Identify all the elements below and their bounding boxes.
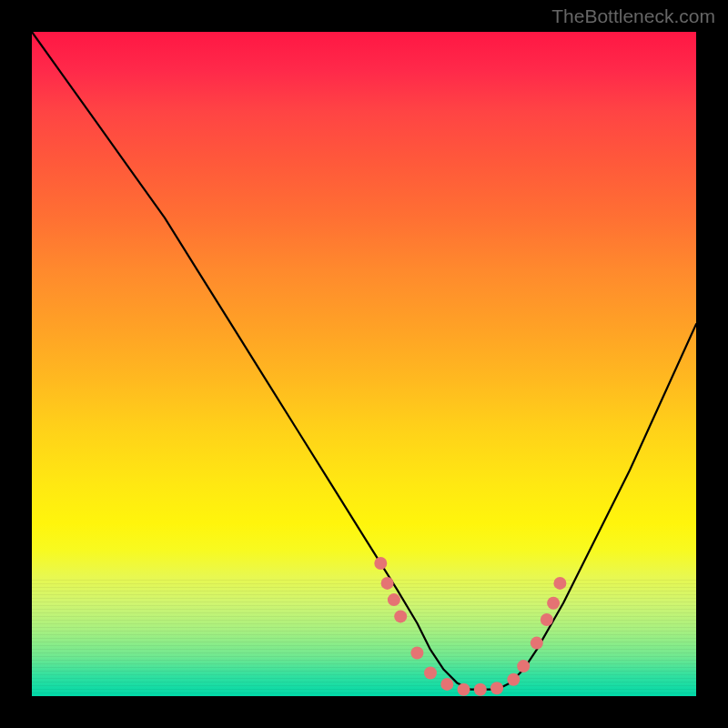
marker-dot <box>547 597 560 610</box>
marker-dot <box>541 613 553 626</box>
curve-markers <box>374 557 566 696</box>
marker-dot <box>490 682 503 694</box>
marker-dot <box>531 637 543 650</box>
marker-dot <box>440 678 453 691</box>
marker-dot <box>410 647 423 660</box>
marker-dot <box>458 683 470 696</box>
marker-dot <box>507 673 520 686</box>
watermark-text: TheBottleneck.com <box>551 5 715 27</box>
chart-overlay-svg <box>32 32 696 696</box>
marker-dot <box>381 577 394 590</box>
bottleneck-curve <box>32 32 696 690</box>
marker-dot <box>474 683 487 696</box>
marker-dot <box>394 610 407 622</box>
marker-dot <box>553 577 566 590</box>
marker-dot <box>517 660 530 672</box>
marker-dot <box>388 593 400 606</box>
marker-dot <box>374 557 387 570</box>
chart-area <box>32 32 696 696</box>
marker-dot <box>424 667 437 680</box>
